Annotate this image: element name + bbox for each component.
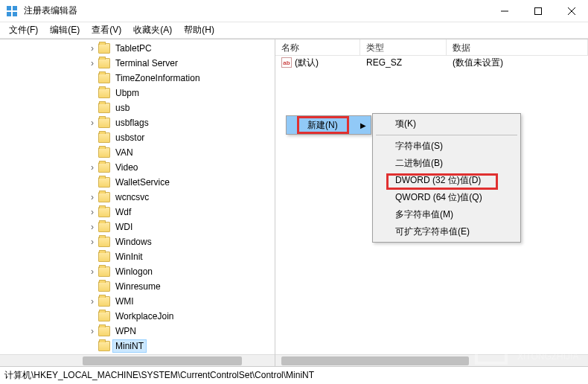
folder-icon bbox=[98, 252, 110, 262]
tree-item-label: Ubpm bbox=[113, 87, 141, 99]
tree-item-label: WPN bbox=[113, 325, 138, 337]
context-new[interactable]: 新建(N) ▶ bbox=[287, 116, 371, 134]
tree-item[interactable]: ›Terminal Server bbox=[74, 56, 275, 71]
submenu-arrow-icon: ▶ bbox=[360, 121, 366, 129]
tree-item[interactable]: ›Wdf bbox=[74, 205, 275, 220]
tree-item[interactable]: Winresume bbox=[74, 279, 275, 294]
svg-rect-0 bbox=[7, 6, 11, 10]
maximize-button[interactable] bbox=[521, 0, 555, 22]
submenu-binary[interactable]: 二进制值(B) bbox=[373, 155, 520, 172]
menu-view[interactable]: 查看(V) bbox=[86, 22, 127, 38]
svg-rect-5 bbox=[534, 7, 541, 14]
expand-icon[interactable]: › bbox=[88, 44, 97, 53]
blank-icon bbox=[88, 74, 97, 83]
folder-icon bbox=[98, 132, 110, 143]
tree-item[interactable]: WorkplaceJoin bbox=[74, 309, 275, 324]
folder-icon bbox=[98, 311, 110, 321]
blank-icon bbox=[88, 342, 97, 351]
menu-help[interactable]: 帮助(H) bbox=[178, 22, 220, 38]
tree-pane[interactable]: ›TabletPC›Terminal ServerTimeZoneInforma… bbox=[0, 39, 275, 366]
col-type[interactable]: 类型 bbox=[360, 39, 447, 55]
window-title: 注册表编辑器 bbox=[24, 4, 488, 17]
submenu-multi[interactable]: 多字符串值(M) bbox=[373, 206, 520, 223]
col-data[interactable]: 数据 bbox=[447, 39, 588, 55]
tree-item[interactable]: ›Windows bbox=[74, 234, 275, 249]
tree-item[interactable]: ›WPN bbox=[74, 324, 275, 339]
tree-item[interactable]: WalletService bbox=[74, 175, 275, 190]
tree-item[interactable]: WinInit bbox=[74, 249, 275, 264]
tree-item[interactable]: ›WDI bbox=[74, 220, 275, 234]
tree-item-label: Winlogon bbox=[113, 266, 155, 278]
submenu-key[interactable]: 项(K) bbox=[373, 115, 520, 132]
tree-item[interactable]: ›usbflags bbox=[74, 115, 275, 130]
menubar: 文件(F) 编辑(E) 查看(V) 收藏夹(A) 帮助(H) bbox=[0, 22, 588, 39]
expand-icon[interactable]: › bbox=[88, 223, 97, 231]
tree-item-label: WMI bbox=[113, 295, 136, 307]
tree-item[interactable]: MiniNT bbox=[74, 339, 275, 353]
folder-icon bbox=[98, 341, 110, 351]
tree-item[interactable]: usbstor bbox=[74, 130, 275, 145]
folder-icon bbox=[98, 207, 110, 217]
tree-item-label: WDI bbox=[113, 221, 135, 233]
menu-edit[interactable]: 编辑(E) bbox=[44, 22, 86, 38]
expand-icon[interactable]: › bbox=[88, 59, 97, 68]
tree-item[interactable]: ›WMI bbox=[74, 294, 275, 309]
tree-item[interactable]: ›wcncsvc bbox=[74, 190, 275, 205]
tree-item-label: VAN bbox=[113, 147, 135, 159]
expand-icon[interactable]: › bbox=[88, 267, 97, 276]
list-hscrollbar[interactable] bbox=[275, 354, 588, 366]
blank-icon bbox=[88, 133, 97, 142]
window-controls bbox=[488, 0, 588, 22]
svg-rect-1 bbox=[13, 6, 17, 10]
col-name[interactable]: 名称 bbox=[275, 39, 360, 55]
expand-icon[interactable]: › bbox=[88, 118, 97, 127]
folder-icon bbox=[98, 103, 110, 113]
value-data: (数值未设置) bbox=[447, 57, 588, 69]
folder-icon bbox=[98, 162, 110, 173]
list-row[interactable]: ab (默认) REG_SZ (数值未设置) bbox=[275, 56, 588, 69]
tree-item[interactable]: TimeZoneInformation bbox=[74, 71, 275, 86]
tree-item[interactable]: VAN bbox=[74, 145, 275, 160]
folder-icon bbox=[98, 177, 110, 188]
tree-item[interactable]: ›Winlogon bbox=[74, 264, 275, 279]
folder-icon bbox=[98, 43, 110, 54]
expand-icon[interactable]: › bbox=[88, 237, 97, 246]
tree-hscrollbar[interactable] bbox=[0, 354, 275, 366]
tree-item-label: wcncsvc bbox=[113, 191, 151, 203]
folder-icon bbox=[98, 58, 110, 68]
context-new-label: 新建(N) bbox=[307, 119, 338, 132]
folder-icon bbox=[98, 266, 110, 277]
close-button[interactable] bbox=[555, 0, 588, 22]
submenu-qword[interactable]: QWORD (64 位)值(Q) bbox=[373, 189, 520, 206]
submenu-dword[interactable]: DWORD (32 位)值(D) bbox=[373, 172, 520, 189]
value-name: ab (默认) bbox=[275, 57, 360, 69]
tree-item-label: usb bbox=[113, 102, 132, 114]
value-type: REG_SZ bbox=[360, 57, 447, 68]
tree-item[interactable]: usb bbox=[74, 100, 275, 115]
tree-item-label: TimeZoneInformation bbox=[113, 72, 202, 84]
expand-icon[interactable]: › bbox=[88, 208, 97, 217]
minimize-button[interactable] bbox=[488, 0, 521, 22]
tree-item-label: TabletPC bbox=[113, 42, 154, 54]
blank-icon bbox=[88, 282, 97, 291]
tree-item-label: Windows bbox=[113, 236, 154, 248]
tree-item-label: MiniNT bbox=[113, 340, 146, 352]
svg-rect-3 bbox=[13, 12, 17, 16]
menu-favorites[interactable]: 收藏夹(A) bbox=[127, 22, 178, 38]
svg-rect-2 bbox=[7, 12, 11, 16]
tree-item[interactable]: ›TabletPC bbox=[74, 41, 275, 56]
expand-icon[interactable]: › bbox=[88, 163, 97, 172]
menu-file[interactable]: 文件(F) bbox=[3, 22, 44, 38]
submenu-string[interactable]: 字符串值(S) bbox=[373, 138, 520, 155]
tree-item[interactable]: ›Video bbox=[74, 160, 275, 175]
list-body: ab (默认) REG_SZ (数值未设置) bbox=[275, 56, 588, 69]
blank-icon bbox=[88, 312, 97, 321]
expand-icon[interactable]: › bbox=[88, 297, 97, 306]
tree-item-label: Winresume bbox=[113, 281, 163, 292]
tree-item[interactable]: Ubpm bbox=[74, 86, 275, 100]
folder-icon bbox=[98, 192, 110, 202]
submenu-expand[interactable]: 可扩充字符串值(E) bbox=[373, 223, 520, 240]
expand-icon[interactable]: › bbox=[88, 327, 97, 336]
value-name-label: (默认) bbox=[295, 57, 319, 69]
expand-icon[interactable]: › bbox=[88, 193, 97, 202]
